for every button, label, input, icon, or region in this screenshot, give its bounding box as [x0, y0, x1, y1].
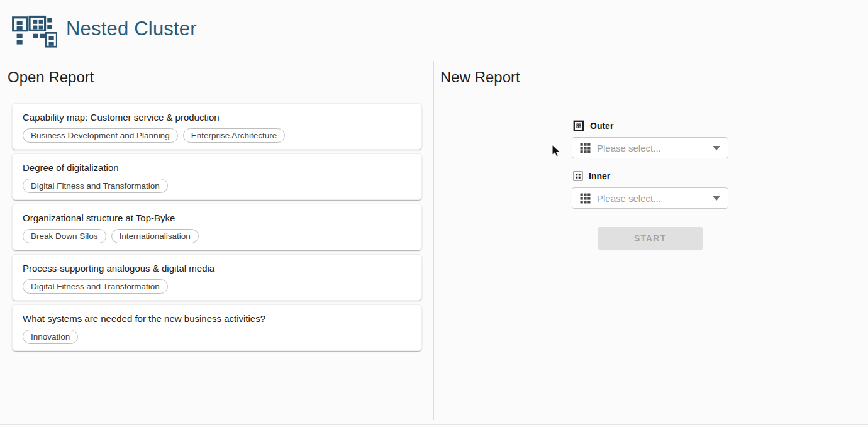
app-title: Nested Cluster: [66, 18, 197, 40]
inner-label-row: Inner: [573, 170, 728, 182]
top-divider: [0, 3, 868, 3]
nested-cluster-logo-icon: [9, 10, 57, 48]
report-tags: Digital Fitness and Transformation: [23, 179, 411, 193]
report-card[interactable]: Capability map: Customer service & produ…: [12, 103, 422, 150]
report-tags: Digital Fitness and Transformation: [23, 279, 411, 294]
outer-select-placeholder: Please select...: [597, 143, 713, 153]
outer-select[interactable]: Please select...: [572, 137, 728, 158]
chevron-down-icon: [713, 196, 720, 201]
section-divider: [433, 61, 434, 420]
bottom-divider: [0, 424, 868, 425]
report-title: Process-supporting analogous & digital m…: [23, 263, 411, 274]
report-title: Capability map: Customer service & produ…: [23, 112, 411, 123]
report-card[interactable]: Process-supporting analogous & digital m…: [12, 254, 422, 301]
app-page: Nested Cluster Open Report Capability ma…: [0, 0, 868, 427]
report-card[interactable]: What systems are needed for the new busi…: [12, 304, 422, 351]
report-tag-chip: Innovation: [23, 330, 78, 344]
inner-cluster-icon: [573, 171, 583, 181]
report-tags: Innovation: [23, 330, 411, 344]
report-title: Degree of digitalization: [23, 162, 411, 174]
new-report-form: Outer Please select... Inner: [572, 117, 728, 250]
grid-icon: [580, 143, 591, 153]
report-card-list: Capability map: Customer service & produ…: [12, 103, 430, 351]
app-header: Nested Cluster: [9, 10, 197, 48]
report-tag-chip: Enterprise Architecture: [183, 128, 286, 143]
report-title: What systems are needed for the new busi…: [23, 313, 411, 324]
report-tag-chip: Break Down Silos: [23, 229, 106, 243]
chevron-down-icon: [713, 146, 720, 150]
outer-label: Outer: [590, 121, 613, 131]
report-tag-chip: Business Development and Planning: [23, 128, 178, 143]
open-report-section: Open Report Capability map: Customer ser…: [8, 61, 430, 355]
inner-label: Inner: [589, 171, 610, 181]
report-card[interactable]: Degree of digitalization Digital Fitness…: [12, 153, 422, 200]
report-title: Organizational structure at Top-Byke: [23, 213, 411, 224]
report-tag-chip: Digital Fitness and Transformation: [23, 279, 168, 294]
report-card[interactable]: Organizational structure at Top-Byke Bre…: [12, 204, 422, 250]
report-tags: Break Down Silos Internationalisation: [23, 229, 411, 243]
start-button[interactable]: START: [598, 227, 703, 250]
outer-cluster-icon: [573, 120, 584, 131]
inner-select-placeholder: Please select...: [597, 193, 713, 204]
outer-label-row: Outer: [573, 119, 728, 132]
grid-icon: [580, 193, 591, 204]
inner-select[interactable]: Please select...: [572, 187, 728, 209]
new-report-heading: New Report: [440, 67, 520, 87]
report-tags: Business Development and Planning Enterp…: [23, 128, 411, 143]
report-tag-chip: Internationalisation: [111, 229, 199, 243]
open-report-heading: Open Report: [8, 67, 430, 87]
new-report-section: New Report: [440, 61, 520, 87]
mouse-cursor-icon: [551, 144, 562, 158]
report-tag-chip: Digital Fitness and Transformation: [23, 179, 168, 193]
